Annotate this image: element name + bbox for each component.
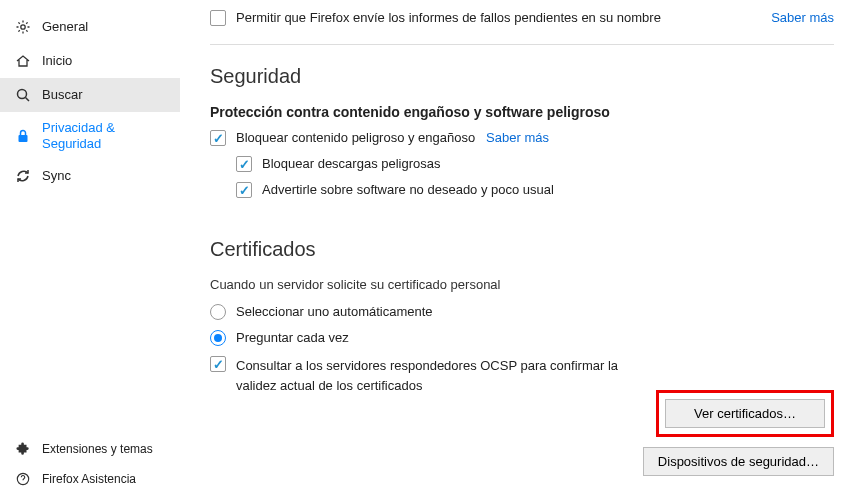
sidebar-item-label: Buscar — [42, 87, 82, 103]
sidebar-item-search[interactable]: Buscar — [0, 78, 180, 112]
security-learn-more-link[interactable]: Saber más — [486, 130, 549, 145]
block-downloads-row: Bloquear descargas peligrosas — [236, 156, 834, 172]
highlight-box: Ver certificados… — [656, 390, 834, 437]
puzzle-icon — [14, 440, 32, 458]
sidebar-item-home[interactable]: Inicio — [0, 44, 180, 78]
warn-software-row: Advertirle sobre software no deseado y p… — [236, 182, 834, 198]
sidebar-item-label: Firefox Asistencia — [42, 472, 136, 486]
warn-software-checkbox[interactable] — [236, 182, 252, 198]
question-icon — [14, 470, 32, 488]
crash-report-row: Permitir que Firefox envíe los informes … — [210, 10, 834, 26]
sidebar-item-label: Sync — [42, 168, 71, 184]
sidebar-item-label: General — [42, 19, 88, 35]
cert-auto-radio[interactable] — [210, 304, 226, 320]
certificates-heading: Certificados — [210, 238, 834, 261]
lock-icon — [14, 127, 32, 145]
cert-ask-label: Preguntar cada vez — [236, 330, 349, 345]
sidebar-item-label: Privacidad & Seguridad — [42, 120, 170, 151]
content-pane: Permitir que Firefox envíe los informes … — [180, 0, 864, 500]
svg-point-0 — [21, 25, 25, 29]
sidebar-item-general[interactable]: General — [0, 10, 180, 44]
security-heading: Seguridad — [210, 65, 834, 88]
view-certificates-button[interactable]: Ver certificados… — [665, 399, 825, 428]
gear-icon — [14, 18, 32, 36]
certificate-buttons: Ver certificados… Dispositivos de seguri… — [643, 390, 834, 476]
sidebar-item-extensions[interactable]: Extensiones y temas — [0, 434, 180, 464]
cert-ask-row: Preguntar cada vez — [210, 330, 834, 346]
divider — [210, 44, 834, 45]
warn-software-label: Advertirle sobre software no deseado y p… — [262, 182, 554, 197]
cert-ask-radio[interactable] — [210, 330, 226, 346]
security-devices-button[interactable]: Dispositivos de seguridad… — [643, 447, 834, 476]
ocsp-checkbox[interactable] — [210, 356, 226, 372]
block-downloads-label: Bloquear descargas peligrosas — [262, 156, 441, 171]
sidebar-item-privacy[interactable]: Privacidad & Seguridad — [0, 112, 180, 159]
crash-learn-more-link[interactable]: Saber más — [771, 10, 834, 25]
svg-rect-2 — [19, 135, 28, 142]
block-dangerous-row: Bloquear contenido peligroso y engañoso … — [210, 130, 834, 146]
sidebar-item-label: Extensiones y temas — [42, 442, 153, 456]
crash-reports-checkbox[interactable] — [210, 10, 226, 26]
sidebar: General Inicio Buscar Privacidad & Segur… — [0, 0, 180, 500]
sidebar-bottom: Extensiones y temas Firefox Asistencia — [0, 434, 180, 494]
ocsp-row: Consultar a los servidores respondedores… — [210, 356, 630, 395]
cert-auto-row: Seleccionar uno automáticamente — [210, 304, 834, 320]
sync-icon — [14, 167, 32, 185]
block-dangerous-text: Bloquear contenido peligroso y engañoso — [236, 130, 475, 145]
block-dangerous-checkbox[interactable] — [210, 130, 226, 146]
certificates-desc: Cuando un servidor solicite su certifica… — [210, 277, 834, 292]
crash-reports-label: Permitir que Firefox envíe los informes … — [236, 10, 751, 25]
cert-auto-label: Seleccionar uno automáticamente — [236, 304, 433, 319]
sidebar-item-sync[interactable]: Sync — [0, 159, 180, 193]
sidebar-item-label: Inicio — [42, 53, 72, 69]
ocsp-label: Consultar a los servidores respondedores… — [236, 356, 630, 395]
deceptive-subheading: Protección contra contenido engañoso y s… — [210, 104, 834, 120]
search-icon — [14, 86, 32, 104]
block-dangerous-label: Bloquear contenido peligroso y engañoso … — [236, 130, 549, 145]
sidebar-item-help[interactable]: Firefox Asistencia — [0, 464, 180, 494]
home-icon — [14, 52, 32, 70]
svg-point-1 — [18, 90, 27, 99]
block-downloads-checkbox[interactable] — [236, 156, 252, 172]
